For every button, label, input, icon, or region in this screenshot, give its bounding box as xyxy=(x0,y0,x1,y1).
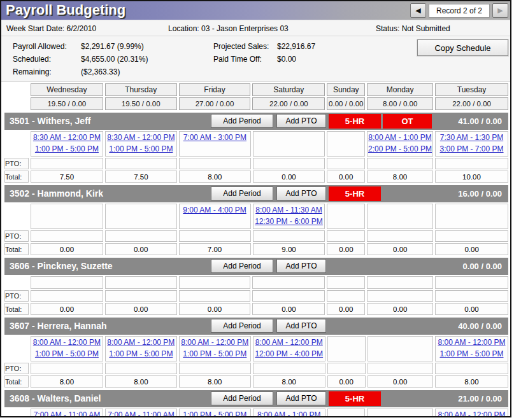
add-pto-button[interactable]: Add PTO xyxy=(276,259,326,273)
day-header-cell: Saturday xyxy=(252,83,325,96)
schedule-period-link[interactable]: 7:00 AM - 11:00 AM xyxy=(106,409,176,417)
pto-cell xyxy=(368,363,433,374)
total-cell: 8.00 xyxy=(253,375,325,388)
add-period-button[interactable]: Add Period xyxy=(211,186,273,200)
schedule-period-link[interactable]: 8:30 AM - 12:00 PM xyxy=(106,132,176,143)
schedule-cell xyxy=(327,276,365,289)
total-cell: 0.00 xyxy=(105,303,177,315)
day-header-table: WednesdayThursdayFridaySaturdaySundayMon… xyxy=(3,82,510,111)
employee-schedule-table: 7:00 AM - 11:00 AM7:00 AM - 11:00 AM1:00… xyxy=(3,407,510,417)
week-header-strip: Week Start Date: 6/2/2010 Location: 03 -… xyxy=(1,20,510,36)
schedule-period-link[interactable]: 8:00 AM - 12:00 PM xyxy=(31,337,103,348)
schedule-period-link[interactable]: 1:00 PM - 5:00 PM xyxy=(436,348,508,360)
pto-cell xyxy=(105,158,177,169)
schedule-period-link[interactable]: 8:00 AM - 12:00 PM xyxy=(106,337,176,348)
schedule-period-link[interactable]: 1:00 PM - 5:00 PM xyxy=(31,143,103,155)
schedule-period-link[interactable]: 8:00 AM - 11:30 AM xyxy=(253,204,325,216)
employee-header-bar: 3606 - Pinckney, SuzetteAdd PeriodAdd PT… xyxy=(4,258,508,275)
schedule-period-link[interactable]: 1:00 PM - 5:00 PM xyxy=(180,348,250,360)
schedule-period-link[interactable]: 12:00 PM - 4:00 PM xyxy=(253,348,325,360)
pto-row: PTO: xyxy=(4,158,508,169)
schedule-row xyxy=(4,276,508,289)
schedule-period-link[interactable]: 8:00 AM - 12:00 PM xyxy=(180,337,250,348)
pto-cell xyxy=(31,290,103,302)
schedule-cell xyxy=(105,204,177,229)
schedule-period-link[interactable]: 7:30 AM - 1:30 PM xyxy=(436,132,508,143)
total-cell: 0.00 xyxy=(367,303,433,315)
add-pto-button[interactable]: Add PTO xyxy=(276,114,326,128)
schedule-cell xyxy=(367,409,433,417)
add-period-button[interactable]: Add Period xyxy=(211,391,273,405)
schedule-period-link[interactable]: 7:00 AM - 3:00 PM xyxy=(180,132,250,143)
total-row: Total:7.507.508.000.000.008.0010.00 xyxy=(4,171,508,183)
projected-sales-value: $22,916.67 xyxy=(277,42,315,51)
schedule-period-link[interactable]: 8:00 AM - 1:00 PM xyxy=(253,409,325,417)
schedule-period-link[interactable]: 3:00 PM - 7:00 PM xyxy=(436,143,508,155)
total-cell: 8.00 xyxy=(31,375,103,388)
employee-total-hours: 40.00 / 0.00 xyxy=(458,321,502,331)
badge-ot: OT xyxy=(383,114,432,129)
schedule-period-link[interactable]: 2:00 PM - 5:00 PM xyxy=(368,143,432,155)
page-title: Payroll Budgeting xyxy=(6,2,125,18)
schedule-cell: 8:00 AM - 12:00 PM xyxy=(435,409,508,417)
schedule-cell: 9:00 AM - 4:00 PM xyxy=(179,204,251,229)
schedule-cell: 8:00 AM - 12:00 PM1:00 PM - 5:00 PM xyxy=(105,336,177,361)
pto-cell xyxy=(435,290,508,302)
schedule-period-link[interactable]: 8:00 AM - 12:00 PM xyxy=(436,337,508,348)
schedule-cell: 8:00 AM - 12:00 PM12:00 PM - 4:00 PM xyxy=(253,336,325,361)
schedule-period-link[interactable]: 8:00 AM - 1:00 PM xyxy=(368,132,432,143)
schedule-cell xyxy=(368,336,433,361)
record-next-button[interactable]: ▶ xyxy=(492,3,508,18)
total-cell: 7.00 xyxy=(179,243,251,255)
add-pto-button[interactable]: Add PTO xyxy=(276,391,326,405)
schedule-row: 7:00 AM - 11:00 AM7:00 AM - 11:00 AM1:00… xyxy=(4,409,508,417)
add-period-button[interactable]: Add Period xyxy=(211,259,273,273)
schedule-period-link[interactable]: 1:00 PM - 5:00 PM xyxy=(106,348,176,360)
schedule-row: 8:30 AM - 12:00 PM1:00 PM - 5:00 PM8:30 … xyxy=(4,131,508,157)
badge-5-hr: 5-HR xyxy=(329,391,381,406)
total-cell: 0.00 xyxy=(327,303,365,315)
add-period-button[interactable]: Add Period xyxy=(211,114,273,128)
row-label-blank xyxy=(4,131,29,157)
schedule-cell: 8:00 AM - 12:00 PM1:00 PM - 5:00 PM xyxy=(435,336,508,361)
paid-time-off-label: Paid Time Off: xyxy=(213,55,262,64)
pto-cell xyxy=(327,290,365,302)
total-cell: 10.00 xyxy=(435,171,508,183)
total-cell: 8.00 xyxy=(105,375,177,388)
record-prev-button[interactable]: ◀ xyxy=(410,3,426,18)
pto-cell xyxy=(31,158,103,169)
schedule-period-link[interactable]: 7:00 AM - 11:00 AM xyxy=(31,409,103,417)
row-label-blank xyxy=(4,336,29,361)
schedule-period-link[interactable]: 12:30 PM - 6:00 PM xyxy=(253,216,325,227)
pto-cell xyxy=(31,230,103,242)
add-pto-button[interactable]: Add PTO xyxy=(276,186,326,200)
schedule-period-link[interactable]: 1:00 PM - 5:00 PM xyxy=(106,143,176,155)
schedule-period-link[interactable]: 9:00 AM - 4:00 PM xyxy=(180,204,250,216)
schedule-cell: 8:00 AM - 12:00 PM1:00 PM - 5:00 PM xyxy=(31,336,103,361)
pto-cell xyxy=(253,363,325,374)
pto-cell xyxy=(367,230,433,242)
add-period-button[interactable]: Add Period xyxy=(211,319,273,333)
record-count-field[interactable]: Record 2 of 2 xyxy=(429,4,490,18)
schedule-cell: 8:00 AM - 1:00 PM xyxy=(253,409,325,417)
total-cell: 7.50 xyxy=(105,171,177,183)
schedule-period-link[interactable]: 8:00 AM - 12:00 PM xyxy=(253,337,325,348)
employee-schedule-table: 9:00 AM - 4:00 PM8:00 AM - 11:30 AM12:30… xyxy=(3,202,510,256)
copy-schedule-button[interactable]: Copy Schedule xyxy=(417,39,508,56)
schedule-period-link[interactable]: 1:00 PM - 5:00 PM xyxy=(31,348,103,360)
schedule-cell xyxy=(367,204,433,229)
pto-cell xyxy=(327,230,365,242)
total-cell: 8.00 xyxy=(179,171,251,183)
employee-total-hours: 16.00 / 0.00 xyxy=(458,189,502,199)
schedule-cell: 8:00 AM - 1:00 PM2:00 PM - 5:00 PM xyxy=(367,131,433,157)
pto-row: PTO: xyxy=(4,363,508,374)
add-pto-button[interactable]: Add PTO xyxy=(276,319,326,333)
employee-name: 3607 - Herrera, Hannah xyxy=(10,321,107,331)
schedule-period-link[interactable]: 1:00 PM - 5:00 PM xyxy=(180,409,250,417)
schedule-period-link[interactable]: 8:30 AM - 12:00 PM xyxy=(31,132,103,143)
schedule-cell xyxy=(179,276,251,289)
employee-total-hours: 21.00 / 0.00 xyxy=(458,394,502,403)
schedule-period-link[interactable]: 8:00 AM - 12:00 PM xyxy=(436,409,508,417)
employee-total-hours: 0.00 / 0.00 xyxy=(463,262,502,271)
pto-cell xyxy=(105,230,177,242)
